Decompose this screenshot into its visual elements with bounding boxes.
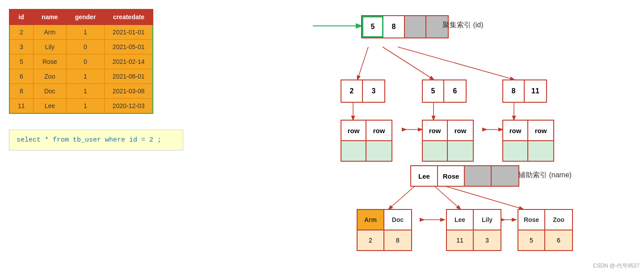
leaf-left-node: row row bbox=[341, 120, 392, 162]
cell-id: 5 bbox=[9, 54, 33, 69]
clustered-label: 聚集索引 (id) bbox=[442, 21, 484, 30]
leaf-mid-data-2 bbox=[448, 141, 473, 161]
cell-name: Lily bbox=[33, 40, 67, 54]
sec-root-cell-rose: Rose bbox=[438, 166, 465, 186]
sec-leaf-left-key-1: Arm bbox=[358, 210, 384, 230]
cell-id: 11 bbox=[9, 99, 33, 114]
leaf-mid-key-2: row bbox=[448, 121, 473, 140]
table-row: 3Lily02021-05-01 bbox=[9, 40, 153, 54]
sec-root-cell-empty1 bbox=[465, 166, 492, 186]
leaf-left-data-2 bbox=[366, 141, 391, 161]
leaf-left-key-2: row bbox=[366, 121, 391, 140]
table-row: 8Doc12021-03-08 bbox=[9, 84, 153, 99]
cell-id: 6 bbox=[9, 69, 33, 84]
table-row: 6Zoo12021-06-01 bbox=[9, 69, 153, 84]
cell-createdate: 2021-06-01 bbox=[104, 69, 153, 84]
leaf-right-key-2: row bbox=[528, 121, 553, 140]
cell-createdate: 2021-03-08 bbox=[104, 84, 153, 99]
sec-leaf-mid-key-1: Lee bbox=[447, 210, 474, 230]
cell-name: Lee bbox=[33, 99, 67, 114]
svg-line-1 bbox=[358, 47, 368, 80]
int-right-cell-11: 11 bbox=[525, 80, 546, 102]
svg-line-9 bbox=[389, 185, 416, 209]
sec-leaf-left-node: Arm Doc 2 8 bbox=[357, 209, 412, 251]
watermark: CSDN @-代号9527 bbox=[593, 262, 640, 270]
cell-gender: 0 bbox=[67, 40, 105, 54]
root-cell-empty1 bbox=[405, 16, 426, 38]
database-table: id name gender createdate 2Arm12021-01-0… bbox=[9, 9, 153, 114]
secondary-label: 辅助索引 (name) bbox=[518, 171, 572, 180]
svg-line-11 bbox=[442, 185, 523, 209]
cell-id: 3 bbox=[9, 40, 33, 54]
sec-leaf-right-val-1: 5 bbox=[518, 230, 545, 250]
int-left-cell-3: 3 bbox=[363, 80, 384, 102]
internal-right-node: 8 11 bbox=[502, 80, 547, 103]
leaf-right-data-2 bbox=[528, 141, 553, 161]
leaf-right-key-1: row bbox=[503, 121, 528, 140]
leaf-mid-data-1 bbox=[423, 141, 448, 161]
cell-createdate: 2021-01-01 bbox=[104, 25, 153, 40]
leaf-left-data-1 bbox=[341, 141, 366, 161]
cell-gender: 1 bbox=[67, 84, 105, 99]
sec-root-cell-lee: Lee bbox=[411, 166, 438, 186]
cell-createdate: 2021-05-01 bbox=[104, 40, 153, 54]
cell-createdate: 2020-12-03 bbox=[104, 99, 153, 114]
root-cell-5: 5 bbox=[362, 16, 383, 38]
svg-line-3 bbox=[398, 47, 514, 80]
int-mid-cell-5: 5 bbox=[423, 80, 444, 102]
col-name: name bbox=[33, 9, 67, 25]
table-row: 11Lee12020-12-03 bbox=[9, 99, 153, 114]
cell-createdate: 2021-02-14 bbox=[104, 54, 153, 69]
leaf-mid-node: row row bbox=[422, 120, 474, 162]
table-row: 2Arm12021-01-01 bbox=[9, 25, 153, 40]
int-left-cell-2: 2 bbox=[341, 80, 363, 102]
sec-leaf-right-key-1: Rose bbox=[518, 210, 545, 230]
cell-gender: 1 bbox=[67, 69, 105, 84]
leaf-right-data-1 bbox=[503, 141, 528, 161]
leaf-right-node: row row bbox=[502, 120, 554, 162]
col-id: id bbox=[9, 9, 33, 25]
sec-leaf-right-key-2: Zoo bbox=[545, 210, 572, 230]
sec-leaf-left-val-1: 2 bbox=[358, 230, 384, 250]
cell-gender: 1 bbox=[67, 25, 105, 40]
sec-leaf-left-key-2: Doc bbox=[384, 210, 411, 230]
sql-text: select * from tb_user where id = 2 ; bbox=[17, 136, 161, 144]
internal-left-node: 2 3 bbox=[341, 80, 385, 103]
col-createdate: createdate bbox=[104, 9, 153, 25]
root-cell-8: 8 bbox=[383, 16, 405, 38]
leaf-left-key-1: row bbox=[341, 121, 366, 140]
cell-gender: 0 bbox=[67, 54, 105, 69]
sql-query-box: select * from tb_user where id = 2 ; bbox=[9, 130, 183, 151]
cell-gender: 1 bbox=[67, 99, 105, 114]
sec-leaf-mid-val-1: 11 bbox=[447, 230, 474, 250]
sec-leaf-left-val-2: 8 bbox=[384, 230, 411, 250]
internal-mid-node: 5 6 bbox=[422, 80, 467, 103]
clustered-root-node: 5 8 bbox=[361, 15, 449, 38]
sec-leaf-mid-key-2: Lily bbox=[474, 210, 501, 230]
sec-leaf-right-node: Rose Zoo 5 6 bbox=[518, 209, 573, 251]
svg-line-2 bbox=[383, 47, 434, 80]
cell-name: Rose bbox=[33, 54, 67, 69]
int-right-cell-8: 8 bbox=[503, 80, 525, 102]
table-row: 5Rose02021-02-14 bbox=[9, 54, 153, 69]
cell-name: Zoo bbox=[33, 69, 67, 84]
sec-leaf-mid-val-2: 3 bbox=[474, 230, 501, 250]
svg-line-10 bbox=[434, 185, 460, 209]
col-gender: gender bbox=[67, 9, 105, 25]
int-mid-cell-6: 6 bbox=[444, 80, 466, 102]
secondary-root-node: Lee Rose bbox=[410, 165, 519, 187]
leaf-mid-key-1: row bbox=[423, 121, 448, 140]
sec-leaf-right-val-2: 6 bbox=[545, 230, 572, 250]
cell-id: 2 bbox=[9, 25, 33, 40]
sec-root-cell-empty2 bbox=[492, 166, 518, 186]
cell-name: Arm bbox=[33, 25, 67, 40]
btree-diagram: 5 8 聚集索引 (id) 2 3 5 6 8 11 row row row r… bbox=[313, 0, 644, 272]
cell-name: Doc bbox=[33, 84, 67, 99]
sec-leaf-mid-node: Lee Lily 11 3 bbox=[446, 209, 501, 251]
cell-id: 8 bbox=[9, 84, 33, 99]
